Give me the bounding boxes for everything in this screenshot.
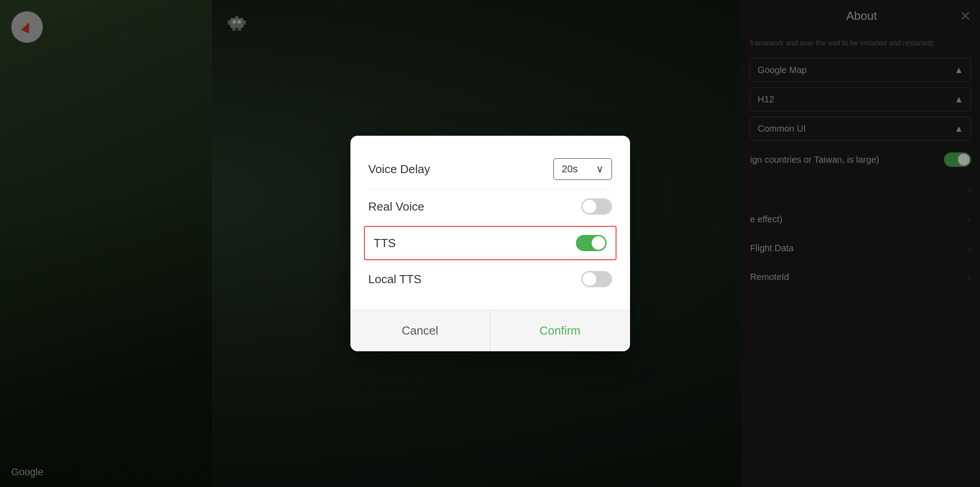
settings-dialog: Voice Delay 20s ∨ Real Voice TTS	[350, 136, 630, 351]
dialog-body: Voice Delay 20s ∨ Real Voice TTS	[350, 136, 630, 310]
real-voice-row: Real Voice	[368, 189, 612, 224]
tts-toggle[interactable]	[576, 235, 607, 251]
real-voice-label: Real Voice	[368, 200, 424, 214]
local-tts-row: Local TTS	[368, 262, 612, 296]
tts-row-wrapper: TTS	[368, 224, 612, 262]
voice-delay-chevron-icon: ∨	[596, 163, 603, 175]
confirm-button[interactable]: Confirm	[490, 310, 630, 351]
cancel-button[interactable]: Cancel	[350, 310, 491, 351]
local-tts-toggle[interactable]	[581, 271, 612, 287]
dialog-overlay: Voice Delay 20s ∨ Real Voice TTS	[0, 0, 980, 487]
real-voice-toggle[interactable]	[581, 198, 612, 215]
dialog-footer: Cancel Confirm	[350, 310, 630, 351]
tts-row: TTS	[364, 226, 617, 260]
voice-delay-label: Voice Delay	[368, 162, 430, 176]
voice-delay-value: 20s	[562, 163, 578, 175]
voice-delay-dropdown[interactable]: 20s ∨	[553, 158, 612, 180]
voice-delay-row: Voice Delay 20s ∨	[368, 149, 612, 189]
tts-label: TTS	[374, 236, 396, 250]
local-tts-label: Local TTS	[368, 272, 422, 286]
